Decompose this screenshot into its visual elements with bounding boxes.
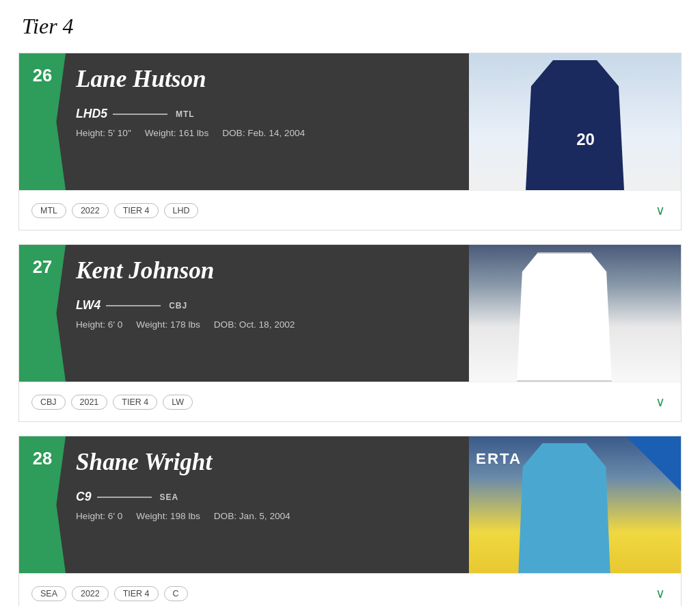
position-line-2: [97, 497, 152, 498]
player-name-2: Shane Wright: [76, 449, 455, 476]
player-info-2: Shane Wright C9 SEA Height: 6' 0 Weight:…: [66, 436, 469, 573]
position-team-row-2: C9 SEA: [76, 490, 455, 504]
expand-button-2[interactable]: ∨: [652, 582, 669, 605]
position-line-0: [113, 114, 167, 115]
player-photo-1: [469, 245, 681, 382]
player-card-top-1: 27 Kent Johnson LW4 CBJ Height: 6' 0 Wei…: [19, 245, 681, 382]
player-weight-2: Weight: 198 lbs: [136, 511, 200, 521]
player-tag: CBJ: [31, 395, 66, 410]
position-line-1: [106, 305, 161, 306]
tier-heading: Tier 4: [18, 14, 682, 39]
player-tag: TIER 4: [113, 395, 157, 410]
expand-button-0[interactable]: ∨: [652, 199, 669, 222]
player-name-1: Kent Johnson: [76, 257, 455, 285]
player-card-0: 26 Lane Hutson LHD5 MTL Height: 5' 10" W…: [18, 53, 682, 230]
player-tag: LHD: [164, 203, 199, 218]
player-weight-1: Weight: 178 lbs: [136, 319, 200, 330]
team-code-1: CBJ: [169, 301, 187, 311]
player-card-bottom-2: SEA2022TIER 4C ∨: [19, 573, 681, 606]
player-card-top-0: 26 Lane Hutson LHD5 MTL Height: 5' 10" W…: [19, 53, 681, 190]
player-card-2: 28 Shane Wright C9 SEA Height: 6' 0 Weig…: [18, 436, 682, 606]
tags-row-0: MTL2022TIER 4LHD: [31, 203, 198, 218]
position-code-1: LW4: [76, 298, 100, 313]
photo-text-bg: ERTA: [476, 450, 522, 468]
player-info-0: Lane Hutson LHD5 MTL Height: 5' 10" Weig…: [66, 53, 469, 190]
rank-badge-1: 27: [19, 245, 66, 382]
tags-row-2: SEA2022TIER 4C: [31, 586, 188, 601]
player-tag: 2022: [72, 203, 109, 218]
player-card-bottom-1: CBJ2021TIER 4LW ∨: [19, 382, 681, 421]
player-tag: TIER 4: [114, 203, 159, 218]
player-info-1: Kent Johnson LW4 CBJ Height: 6' 0 Weight…: [66, 245, 469, 382]
player-height-2: Height: 6' 0: [76, 511, 122, 521]
photo-bg-accent: [626, 436, 681, 491]
player-card-1: 27 Kent Johnson LW4 CBJ Height: 6' 0 Wei…: [18, 244, 682, 422]
player-height-1: Height: 6' 0: [76, 319, 122, 330]
player-name-0: Lane Hutson: [76, 66, 455, 93]
player-dob-1: DOB: Oct. 18, 2002: [214, 319, 295, 330]
position-code-0: LHD5: [76, 107, 107, 121]
player-tag: LW: [163, 395, 193, 410]
player-tag: MTL: [31, 203, 66, 218]
team-code-2: SEA: [160, 492, 179, 502]
player-tag: SEA: [31, 586, 66, 601]
team-code-0: MTL: [176, 109, 195, 119]
position-code-2: C9: [76, 490, 92, 504]
player-tag: TIER 4: [114, 586, 159, 601]
player-details-1: Height: 6' 0 Weight: 178 lbs DOB: Oct. 1…: [76, 319, 455, 330]
player-card-top-2: 28 Shane Wright C9 SEA Height: 6' 0 Weig…: [19, 436, 681, 573]
rank-badge-2: 28: [19, 436, 66, 573]
player-card-bottom-0: MTL2022TIER 4LHD ∨: [19, 190, 681, 230]
position-team-row-1: LW4 CBJ: [76, 298, 455, 313]
position-team-row-0: LHD5 MTL: [76, 107, 455, 121]
players-list: 26 Lane Hutson LHD5 MTL Height: 5' 10" W…: [18, 53, 682, 606]
player-tag: 2022: [72, 586, 109, 601]
player-tag: 2021: [71, 395, 108, 410]
player-details-0: Height: 5' 10" Weight: 161 lbs DOB: Feb.…: [76, 128, 455, 138]
expand-button-1[interactable]: ∨: [652, 391, 669, 413]
player-dob-2: DOB: Jan. 5, 2004: [214, 511, 291, 521]
player-dob-0: DOB: Feb. 14, 2004: [222, 128, 305, 138]
player-photo-2: ERTA: [469, 436, 681, 573]
page-container: Tier 4 26 Lane Hutson LHD5 MTL Height: 5…: [8, 14, 692, 606]
player-photo-0: [469, 53, 681, 190]
player-weight-0: Weight: 161 lbs: [145, 128, 208, 138]
player-height-0: Height: 5' 10": [76, 128, 131, 138]
player-details-2: Height: 6' 0 Weight: 198 lbs DOB: Jan. 5…: [76, 511, 455, 521]
player-tag: C: [164, 586, 188, 601]
tags-row-1: CBJ2021TIER 4LW: [31, 395, 193, 410]
rank-badge-0: 26: [19, 53, 66, 190]
